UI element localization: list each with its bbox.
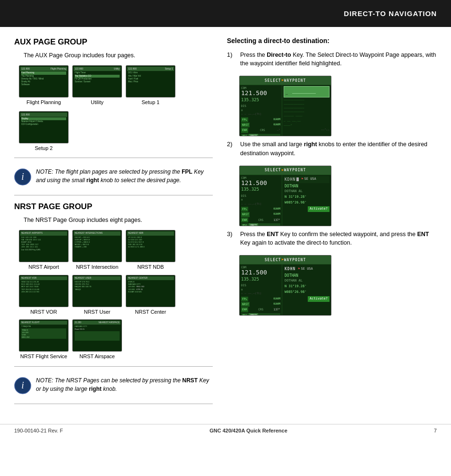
nrst-note-icon: i bbox=[14, 377, 31, 394]
nrst-center-item: NEAREST CENTER ENRLS KANSAS CITY 120.000… bbox=[126, 275, 175, 316]
aux-note-text: NOTE: The flight plan pages are selected… bbox=[36, 167, 213, 185]
step-2-text: Use the small and large right knobs to e… bbox=[240, 140, 437, 158]
aux-divider bbox=[14, 158, 213, 158]
gps3-right: KDHN ⚑ SE USA DOTHAN DOTHAN AL N 31°19.2… bbox=[282, 264, 331, 316]
flight-planning-thumb: 122.800Flight Planning Fuel Planning Tri… bbox=[19, 65, 69, 97]
nrst-flightservice-item: NEAREST FLIGHT T RAQHTA TRACK 120.500 VO… bbox=[19, 319, 69, 360]
gps1-right: _ ———————————— ———————————— ————————————… bbox=[282, 85, 331, 136]
gps1-freq2: 135.325 bbox=[241, 97, 280, 103]
svg-text:i: i bbox=[21, 380, 24, 390]
gps2-id: KDHN bbox=[285, 177, 295, 182]
right-title: Selecting a direct-to destination: bbox=[227, 36, 437, 46]
flight-planning-screen-item: 122.800Flight Planning Fuel Planning Tri… bbox=[19, 65, 69, 106]
gps3-name1: DOTHAN bbox=[284, 273, 330, 279]
step-3: 3) Press the ENT Key to confirm the sele… bbox=[227, 230, 437, 248]
gps1-body: COM 121.500 135.325 DIS n — — ——.—(ft) F… bbox=[240, 85, 331, 136]
setup2-thumb: 122.800 Display Nearest Airport Criteria… bbox=[19, 111, 69, 143]
header-title: DIRECT-TO NAVIGATION bbox=[344, 9, 437, 18]
gps3-freq2: 135.325 bbox=[241, 276, 280, 282]
gps2-coords2: W085°26.98' bbox=[284, 201, 330, 205]
gps2-kahm2: KAHM bbox=[274, 212, 280, 217]
flight-planning-label: Flight Planning bbox=[26, 99, 61, 106]
svg-text:i: i bbox=[21, 171, 24, 182]
nrst-row1: NEAREST AIRPORTS 5161230.0108 SIE100.000… bbox=[19, 230, 213, 271]
step-2-num: 2) bbox=[227, 140, 235, 149]
aux-screens-grid: 122.800Flight Planning Fuel Planning Tri… bbox=[19, 65, 213, 106]
gps3-freq1: 121.500 bbox=[241, 269, 280, 276]
gps3-header: SELECT ➤ WAYPOINT bbox=[240, 256, 331, 264]
step-3-num: 3) bbox=[227, 230, 235, 238]
gps2-cursor bbox=[296, 177, 299, 181]
step-3-text: Press the ENT Key to confirm the selecte… bbox=[240, 230, 437, 248]
gps3-coords1: N 31°19.28' bbox=[284, 283, 330, 290]
nrst-ndb-thumb: NEAREST NDB JF 0.0 8.1 330.0 DJ 104 12.5… bbox=[126, 230, 175, 262]
gps1-left: COM 121.500 135.325 DIS n — — ——.—(ft) F… bbox=[240, 85, 282, 136]
gps3-flag: SE USA bbox=[301, 267, 312, 272]
gps3-kahm2: KAHM bbox=[274, 302, 280, 307]
nrst-ndb-item: NEAREST NDB JF 0.0 8.1 330.0 DJ 104 12.5… bbox=[126, 230, 175, 271]
nrst-airspace-label: NRST Airspace bbox=[79, 353, 115, 360]
gps1-freq1: 121.500 bbox=[241, 90, 280, 97]
gps-display-1: SELECT ➤ WAYPOINT COM 121.500 135.325 DI… bbox=[239, 76, 331, 136]
gps2-name2: DOTHAN AL bbox=[284, 189, 330, 194]
gps3-crs: 137° bbox=[274, 308, 280, 311]
nrst-center-thumb: NEAREST CENTER ENRLS KANSAS CITY 120.000… bbox=[126, 275, 175, 307]
gps1-header: SELECT ➤ WAYPOINT bbox=[240, 76, 331, 85]
nrst-flightservice-thumb: NEAREST FLIGHT T RAQHTA TRACK 120.500 VO… bbox=[19, 319, 69, 352]
nrst-center-label: NRST Center bbox=[135, 309, 166, 316]
nrst-top-divider bbox=[14, 195, 213, 195]
setup1-thumb: 122.800Setup 1 DIS / Alrm Alts / Wpt Vol… bbox=[126, 65, 175, 97]
setup1-label: Setup 1 bbox=[142, 99, 160, 106]
gps2-crs: 137° bbox=[274, 218, 280, 222]
nrst-intersection-thumb: NEAREST INTERSECTIONS DECKF + 333 4.0 GO… bbox=[72, 230, 122, 262]
setup2-screen-item: 122.800 Display Nearest Airport Criteria… bbox=[19, 111, 69, 152]
nrst-intersection-item: NEAREST INTERSECTIONS DECKF + 333 4.0 GO… bbox=[72, 230, 122, 271]
nrst-airport-thumb: NEAREST AIRPORTS 5161230.0108 SIE100.000… bbox=[19, 230, 69, 262]
gps2-header: SELECT ➤ WAYPOINT bbox=[240, 166, 331, 175]
nrst-airport-label: NRST Airport bbox=[28, 264, 59, 271]
setup2-label: Setup 2 bbox=[35, 145, 53, 152]
gps3-kahm1: KAHM bbox=[274, 297, 280, 301]
nrst-note-box: i NOTE: The NRST Pages can be selected b… bbox=[14, 372, 213, 398]
main-content: AUX PAGE GROUP The AUX Page Group includ… bbox=[0, 27, 451, 419]
nrst-intersection-label: NRST Intersection bbox=[76, 264, 119, 271]
gps2-body: COM 121.500 135.325 DIS n — — ——.—(ft) F… bbox=[240, 175, 331, 226]
gps3-activate: Activate? bbox=[308, 296, 330, 302]
step-2: 2) Use the small and large right knobs t… bbox=[227, 140, 437, 158]
utility-label: Utility bbox=[91, 99, 104, 106]
setup1-screen-item: 122.800Setup 1 DIS / Alrm Alts / Wpt Vol… bbox=[126, 65, 175, 106]
left-column: AUX PAGE GROUP The AUX Page Group includ… bbox=[14, 36, 213, 410]
nrst-airspace-item: 21.200NEAREST AIRSPACE KANSAS CITY Road … bbox=[72, 319, 122, 360]
step-1-num: 1) bbox=[227, 51, 235, 59]
nrst-section-desc: The NRST Page Group includes eight pages… bbox=[24, 216, 213, 225]
gps2-activate: Activate? bbox=[308, 206, 330, 212]
nrst-airport-item: NEAREST AIRPORTS 5161230.0108 SIE100.000… bbox=[19, 230, 69, 271]
gps2-freq2: 135.325 bbox=[241, 186, 280, 193]
gps3-body: COM 121.500 135.325 DIS n — — ——.—(ft) F… bbox=[240, 264, 331, 316]
nrst-row2: NEAREST VOR HEW 104 15.5 95.00 RCC 000 2… bbox=[19, 275, 213, 316]
setup2-screens-grid: 122.800 Display Nearest Airport Criteria… bbox=[19, 111, 213, 152]
gps-display-2: SELECT ➤ WAYPOINT COM 121.500 135.325 DI… bbox=[239, 166, 331, 226]
gps3-name2: DOTHAN AL bbox=[284, 279, 330, 283]
nrst-note-text: NOTE: The NRST Pages can be selected by … bbox=[36, 376, 213, 393]
gps3-left: COM 121.500 135.325 DIS n — — ——.—(ft) F… bbox=[240, 264, 282, 316]
nrst-vor-thumb: NEAREST VOR HEW 104 15.5 95.00 RCC 000 2… bbox=[19, 275, 69, 307]
nrst-user-thumb: NEAREST USER KEOOP 279 78.0 XROFE 278 79… bbox=[72, 275, 122, 307]
aux-note-box: i NOTE: The flight plan pages are select… bbox=[14, 164, 213, 189]
nrst-flightservice-label: NRST Flight Service bbox=[20, 353, 67, 360]
nrst-user-item: NEAREST USER KEOOP 279 78.0 XROFE 278 79… bbox=[72, 275, 122, 316]
nrst-vor-label: NRST VOR bbox=[30, 309, 57, 316]
gps2-coords1: N 31°19.28' bbox=[284, 194, 330, 201]
gps2-name1: DOTHAN bbox=[284, 183, 330, 189]
gps2-left: COM 121.500 135.325 DIS n — — ——.—(ft) F… bbox=[240, 175, 282, 226]
gps1-kahm1: KAHM bbox=[274, 117, 280, 122]
nrst-airspace-thumb: 21.200NEAREST AIRSPACE KANSAS CITY Road … bbox=[72, 319, 122, 352]
nrst-final-divider bbox=[14, 404, 213, 404]
aux-section-desc: The AUX Page Group includes four pages. bbox=[24, 52, 213, 60]
step-1-text: Press the Direct-to Key. The Select Dire… bbox=[240, 51, 437, 69]
nrst-user-label: NRST User bbox=[84, 309, 110, 316]
gps-display-3: SELECT ➤ WAYPOINT COM 121.500 135.325 DI… bbox=[239, 255, 331, 316]
gps2-kahm1: KAHM bbox=[274, 207, 280, 212]
nrst-ndb-label: NRST NDB bbox=[137, 264, 164, 271]
nrst-vor-item: NEAREST VOR HEW 104 15.5 95.00 RCC 000 2… bbox=[19, 275, 69, 316]
